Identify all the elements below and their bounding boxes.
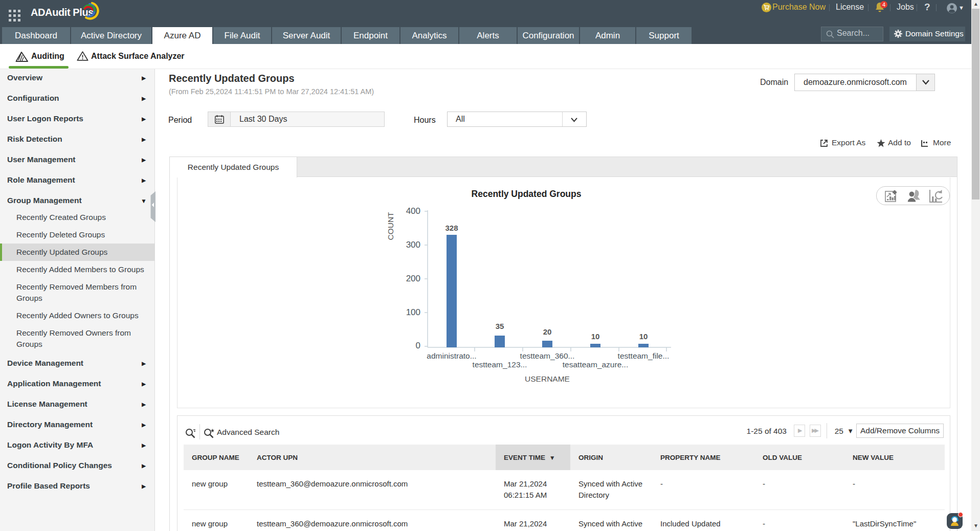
svg-text:328: 328 <box>445 224 458 232</box>
svg-text:10: 10 <box>591 332 600 341</box>
svg-text:300: 300 <box>406 240 420 250</box>
svg-text:35: 35 <box>496 322 504 330</box>
svg-text:COUNT: COUNT <box>386 212 395 240</box>
svg-text:0: 0 <box>416 341 420 350</box>
svg-text:200: 200 <box>406 274 420 283</box>
svg-text:tesatteam_azure...: tesatteam_azure... <box>563 360 628 369</box>
svg-text:testteam_123...: testteam_123... <box>473 360 527 369</box>
svg-text:testteam_360...: testteam_360... <box>520 351 575 360</box>
svg-text:20: 20 <box>543 327 552 336</box>
svg-text:10: 10 <box>639 332 648 341</box>
svg-text:USERNAME: USERNAME <box>525 374 570 383</box>
svg-text:400: 400 <box>406 206 420 216</box>
svg-text:100: 100 <box>406 307 420 317</box>
svg-text:testteam_file...: testteam_file... <box>618 351 670 360</box>
svg-text:administrato...: administrato... <box>427 351 476 360</box>
